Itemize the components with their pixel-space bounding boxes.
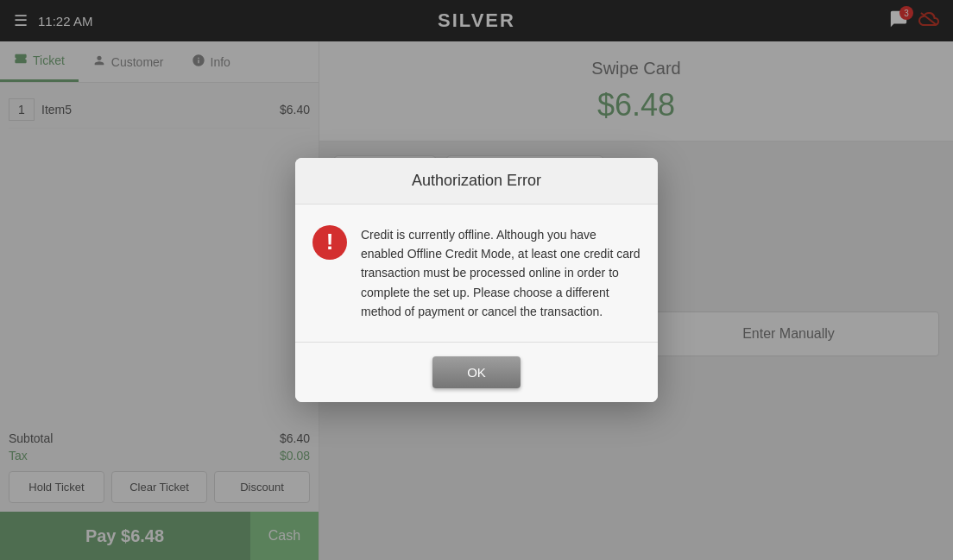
modal-header: Authorization Error xyxy=(295,158,658,204)
modal-title: Authorization Error xyxy=(412,172,541,189)
modal-body: ! Credit is currently offline. Although … xyxy=(295,204,658,343)
modal-message: Credit is currently offline. Although yo… xyxy=(361,225,641,322)
modal-overlay: Authorization Error ! Credit is currentl… xyxy=(0,0,953,560)
svg-text:!: ! xyxy=(326,229,334,255)
authorization-error-modal: Authorization Error ! Credit is currentl… xyxy=(295,158,658,403)
modal-footer: OK xyxy=(295,342,658,402)
error-circle-icon: ! xyxy=(312,225,347,260)
ok-button[interactable]: OK xyxy=(432,356,521,388)
